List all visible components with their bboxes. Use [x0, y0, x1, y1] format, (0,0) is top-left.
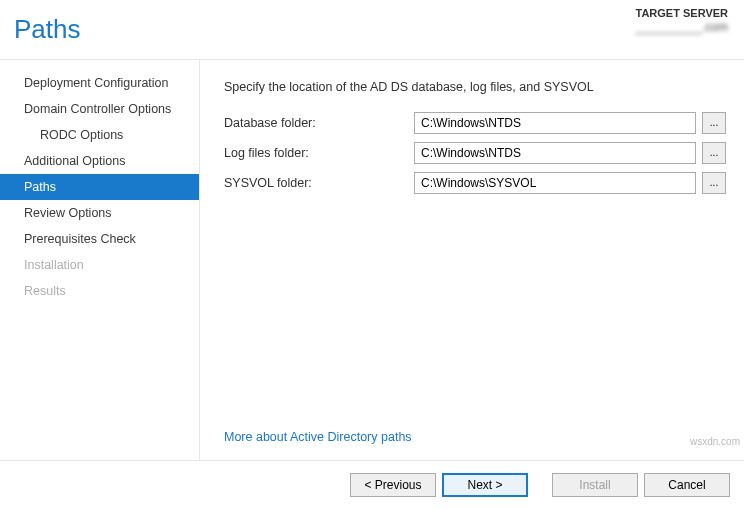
target-server-block: TARGET SERVER __________.com [635, 6, 728, 36]
sidebar-item-additional-options[interactable]: Additional Options [0, 148, 199, 174]
database-folder-label: Database folder: [224, 116, 414, 130]
target-server-name: __________.com [635, 20, 728, 36]
sidebar-item-prerequisites-check[interactable]: Prerequisites Check [0, 226, 199, 252]
watermark: wsxdn.com [690, 436, 740, 447]
database-folder-input[interactable] [414, 112, 696, 134]
wizard-footer: < Previous Next > Install Cancel [0, 460, 744, 508]
more-about-link[interactable]: More about Active Directory paths [224, 430, 726, 450]
target-server-label: TARGET SERVER [635, 6, 728, 20]
sysvol-folder-browse-button[interactable]: ... [702, 172, 726, 194]
sidebar-item-installation: Installation [0, 252, 199, 278]
page-title: Paths [14, 14, 81, 45]
sidebar-item-domain-controller-options[interactable]: Domain Controller Options [0, 96, 199, 122]
instruction-text: Specify the location of the AD DS databa… [224, 80, 726, 94]
wizard-sidebar: Deployment ConfigurationDomain Controlle… [0, 60, 200, 460]
content-pane: Specify the location of the AD DS databa… [200, 60, 744, 460]
sidebar-item-paths[interactable]: Paths [0, 174, 199, 200]
sysvol-folder-label: SYSVOL folder: [224, 176, 414, 190]
cancel-button[interactable]: Cancel [644, 473, 730, 497]
log-files-folder-input[interactable] [414, 142, 696, 164]
previous-button[interactable]: < Previous [350, 473, 436, 497]
next-button[interactable]: Next > [442, 473, 528, 497]
sidebar-item-deployment-configuration[interactable]: Deployment Configuration [0, 70, 199, 96]
log-files-folder-browse-button[interactable]: ... [702, 142, 726, 164]
log-files-folder-label: Log files folder: [224, 146, 414, 160]
database-folder-browse-button[interactable]: ... [702, 112, 726, 134]
sidebar-item-review-options[interactable]: Review Options [0, 200, 199, 226]
sidebar-item-results: Results [0, 278, 199, 304]
install-button: Install [552, 473, 638, 497]
sidebar-item-rodc-options[interactable]: RODC Options [0, 122, 199, 148]
sysvol-folder-input[interactable] [414, 172, 696, 194]
